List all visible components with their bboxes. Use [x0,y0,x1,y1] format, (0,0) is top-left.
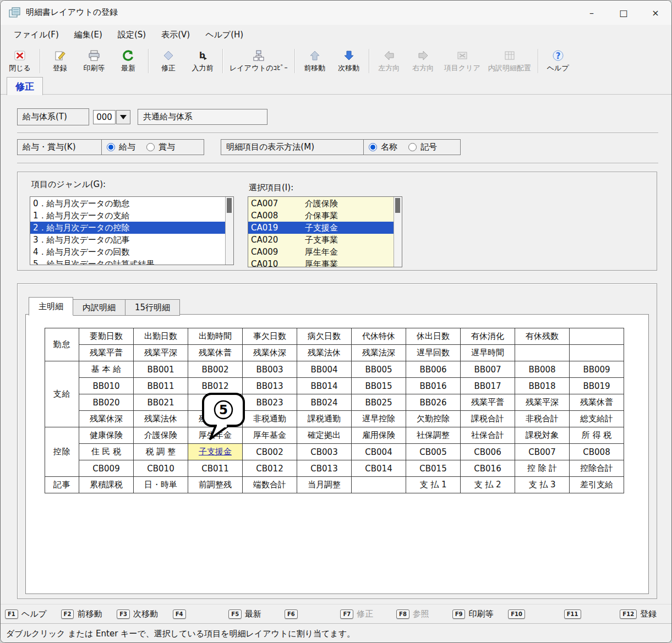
layout-cell[interactable]: 出勤日数 [134,328,188,345]
function-key-f8[interactable]: F8参照 [392,604,448,623]
layout-cell[interactable]: 税 調 整 [134,444,188,460]
layout-cell[interactable]: CB007 [515,444,570,460]
select-item-row[interactable]: CA007介護保険 [248,197,394,210]
radio-name[interactable]: 名称 [369,142,397,152]
layout-cell[interactable]: 健康保険 [79,427,134,444]
layout-cell[interactable]: 厚年基金 [243,427,297,444]
layout-cell[interactable]: BB007 [461,361,515,378]
layout-cell[interactable]: 総支給計 [570,411,624,427]
selected-items-listbox[interactable]: CA007介護保険CA008介保事業CA019子支援金CA020子支事業CA00… [248,196,402,267]
layout-cell[interactable]: CB014 [352,460,406,477]
layout-cell[interactable]: 残業平深 [515,394,570,411]
layout-cell[interactable]: 介護保険 [134,427,188,444]
layout-cell[interactable]: 子支援金 [188,444,243,460]
detail-tab-1[interactable]: 内訳明細 [73,299,125,316]
layout-cell[interactable]: CB003 [297,444,352,460]
layout-cell[interactable]: 確定拠出 [297,427,352,444]
layout-cell[interactable]: 社保合計 [461,427,515,444]
layout-cell[interactable]: 要勤日数 [79,328,134,345]
detail-tab-2[interactable]: 15行明細 [125,299,180,316]
layout-cell[interactable] [515,345,570,361]
item-list-scrollbar[interactable] [394,197,402,267]
layout-cell[interactable]: 課税対象 [515,427,570,444]
function-key-f10[interactable]: F10 [504,604,560,623]
layout-cell[interactable]: 控除合計 [570,460,624,477]
layout-cell[interactable]: 控 除 計 [515,460,570,477]
layout-cell[interactable]: BB025 [352,394,406,411]
layout-cell[interactable]: 残業休深 [243,345,297,361]
toolbar-edit-diamond-button[interactable]: 修正 [151,46,185,76]
select-item-row[interactable]: CA008介保事業 [248,210,394,222]
layout-cell[interactable]: CB006 [461,444,515,460]
layout-cell[interactable]: BB023 [243,394,297,411]
toolbar-layout-copy-button[interactable]: レイアウトのｺﾋﾟｰ [226,46,292,76]
scrollbar-thumb[interactable] [227,198,232,213]
function-key-f2[interactable]: F2前移動 [57,604,113,623]
layout-cell[interactable]: BB010 [79,378,134,394]
layout-cell[interactable]: 前調整残 [188,477,243,493]
toolbar-refresh-button[interactable]: 最新 [111,46,145,76]
toolbar-register-button[interactable]: 登録 [43,46,77,76]
layout-cell[interactable]: CB011 [188,460,243,477]
function-key-f11[interactable]: F11 [560,604,616,623]
layout-cell[interactable]: BB024 [297,394,352,411]
layout-cell[interactable]: BB001 [134,361,188,378]
layout-cell[interactable]: CB010 [134,460,188,477]
menu-item[interactable]: 編集(E) [67,26,110,43]
layout-cell[interactable]: CB009 [79,460,134,477]
layout-cell[interactable]: BB004 [297,361,352,378]
layout-cell[interactable]: CB005 [406,444,461,460]
layout-cell[interactable]: BB011 [134,378,188,394]
select-item-row[interactable]: CA019子支援金 [248,222,394,234]
layout-cell[interactable]: BB020 [79,394,134,411]
layout-cell[interactable]: 住 民 税 [79,444,134,460]
maximize-button[interactable]: □ [608,1,640,25]
layout-cell[interactable]: 残業休深 [79,411,134,427]
layout-cell[interactable]: 非税合計 [515,411,570,427]
layout-cell[interactable]: 出勤時間 [188,328,243,345]
layout-cell[interactable] [352,477,406,493]
layout-cell[interactable]: 代休特休 [352,328,406,345]
layout-cell[interactable]: CB008 [570,444,624,460]
pay-system-dropdown-button[interactable] [116,110,130,124]
genre-list-item[interactable]: 4．給与月次データの回数 [30,246,226,258]
layout-cell[interactable]: BB009 [570,361,624,378]
menu-item[interactable]: ファイル(F) [6,26,67,43]
layout-cell[interactable]: 病欠日数 [297,328,352,345]
genre-list-item[interactable]: 0．給与月次データの勤怠 [30,197,226,210]
scrollbar-thumb[interactable] [395,198,400,213]
function-key-f12[interactable]: F12登録 [615,604,671,623]
layout-cell[interactable]: BB006 [406,361,461,378]
radio-symbol[interactable]: 記号 [408,142,437,152]
layout-cell[interactable]: 残業法休 [134,411,188,427]
toolbar-arrow-down-button[interactable]: 次移動 [332,46,366,76]
toolbar-printer-button[interactable]: 印刷等 [77,46,111,76]
layout-cell[interactable]: CB012 [243,460,297,477]
layout-cell[interactable]: 雇用保険 [352,427,406,444]
function-key-f5[interactable]: F5最新 [224,604,280,623]
layout-cell[interactable]: BB013 [243,378,297,394]
minimize-button[interactable]: – [576,1,608,25]
layout-cell[interactable]: 基 本 給 [79,361,134,378]
layout-cell[interactable]: BB005 [352,361,406,378]
layout-cell[interactable]: 差引支給 [570,477,624,493]
genre-listbox[interactable]: 0．給与月次データの勤怠1．給与月次データの支給2．給与月次データの控除3．給与… [30,196,234,265]
layout-cell[interactable]: 課税合計 [461,411,515,427]
layout-cell[interactable]: BB008 [515,361,570,378]
genre-list-scrollbar[interactable] [225,197,233,265]
menu-item[interactable]: 表示(V) [154,26,198,43]
function-key-f3[interactable]: F3次移動 [112,604,168,623]
detail-tab-0[interactable]: 主明細 [29,297,73,316]
layout-cell[interactable]: 支 払 2 [461,477,515,493]
select-item-row[interactable]: CA010厚年事業 [248,258,394,267]
function-key-f1[interactable]: F1ヘルプ [1,604,57,623]
layout-cell[interactable]: 社保調整 [406,427,461,444]
layout-cell[interactable]: 残業平深 [134,345,188,361]
layout-cell[interactable] [570,328,624,345]
radio-salary[interactable]: 給与 [107,142,135,152]
layout-cell[interactable]: BB002 [188,361,243,378]
layout-cell[interactable]: 残業平普 [461,394,515,411]
layout-cell[interactable]: 非税通勤 [243,411,297,427]
layout-cell[interactable]: 支 払 1 [406,477,461,493]
layout-cell[interactable] [570,345,624,361]
